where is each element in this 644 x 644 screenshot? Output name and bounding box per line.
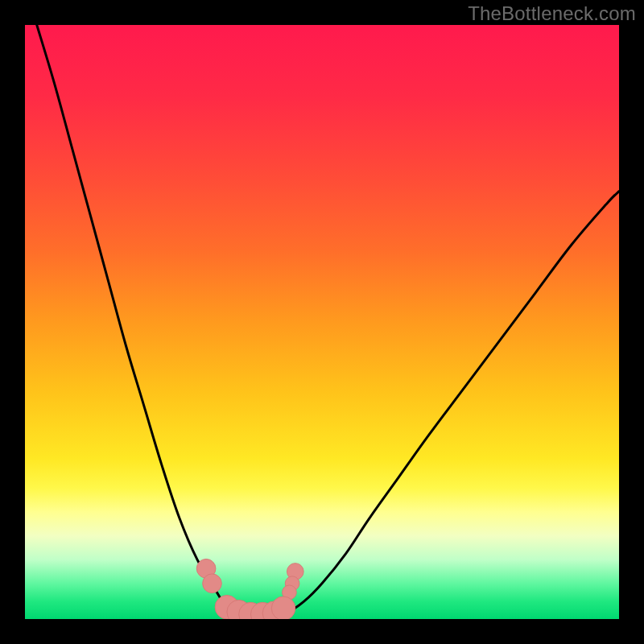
gradient-background <box>25 25 619 619</box>
chart-svg <box>25 25 619 619</box>
watermark-text: TheBottleneck.com <box>468 2 636 25</box>
chart-frame: TheBottleneck.com <box>0 0 644 644</box>
plot-area <box>25 25 619 619</box>
marker-trough-cap-6 <box>271 597 295 619</box>
marker-left-lower-dot <box>203 574 222 593</box>
